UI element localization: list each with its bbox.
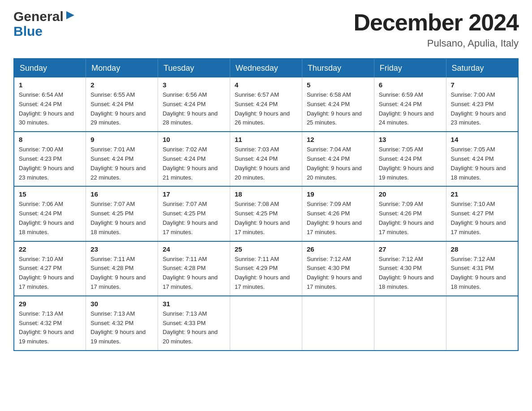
- col-sunday: Sunday: [14, 59, 86, 77]
- day-number-20: 20: [379, 190, 442, 198]
- calendar-table: Sunday Monday Tuesday Wednesday Thursday…: [13, 58, 519, 351]
- day-cell-28: 28Sunrise: 7:12 AMSunset: 4:31 PMDayligh…: [446, 241, 518, 296]
- day-number-23: 23: [90, 245, 153, 253]
- day-info-18: Sunrise: 7:08 AMSunset: 4:25 PMDaylight:…: [235, 200, 297, 237]
- day-number-4: 4: [235, 81, 297, 89]
- day-info-29: Sunrise: 7:13 AMSunset: 4:32 PMDaylight:…: [19, 309, 81, 347]
- day-number-21: 21: [451, 190, 513, 198]
- day-number-8: 8: [19, 136, 81, 143]
- day-number-13: 13: [379, 136, 442, 143]
- day-info-30: Sunrise: 7:13 AMSunset: 4:32 PMDaylight:…: [90, 309, 153, 347]
- day-number-17: 17: [163, 190, 225, 198]
- logo: General Blue: [13, 9, 75, 39]
- day-info-16: Sunrise: 7:07 AMSunset: 4:25 PMDaylight:…: [90, 200, 153, 237]
- day-cell-11: 11Sunrise: 7:03 AMSunset: 4:24 PMDayligh…: [230, 132, 302, 186]
- day-number-16: 16: [90, 190, 153, 198]
- col-friday: Friday: [374, 59, 446, 77]
- day-cell-20: 20Sunrise: 7:09 AMSunset: 4:26 PMDayligh…: [374, 186, 446, 241]
- col-tuesday: Tuesday: [158, 59, 230, 77]
- week-row-3: 15Sunrise: 7:06 AMSunset: 4:24 PMDayligh…: [14, 186, 518, 241]
- day-number-10: 10: [163, 136, 225, 143]
- day-cell-1: 1Sunrise: 6:54 AMSunset: 4:24 PMDaylight…: [14, 77, 86, 132]
- day-cell-30: 30Sunrise: 7:13 AMSunset: 4:32 PMDayligh…: [86, 296, 158, 351]
- location-subtitle: Pulsano, Apulia, Italy: [353, 38, 519, 49]
- col-saturday: Saturday: [446, 59, 518, 77]
- day-number-19: 19: [307, 190, 369, 198]
- day-info-14: Sunrise: 7:05 AMSunset: 4:24 PMDaylight:…: [451, 145, 513, 182]
- day-number-11: 11: [235, 136, 297, 143]
- day-cell-9: 9Sunrise: 7:01 AMSunset: 4:24 PMDaylight…: [86, 132, 158, 186]
- day-info-28: Sunrise: 7:12 AMSunset: 4:31 PMDaylight:…: [451, 255, 513, 292]
- day-number-29: 29: [19, 300, 81, 308]
- empty-cell-4-4: [302, 296, 374, 351]
- day-info-22: Sunrise: 7:10 AMSunset: 4:27 PMDaylight:…: [19, 255, 81, 292]
- day-info-5: Sunrise: 6:58 AMSunset: 4:24 PMDaylight:…: [307, 90, 369, 128]
- day-number-28: 28: [451, 245, 513, 253]
- week-row-5: 29Sunrise: 7:13 AMSunset: 4:32 PMDayligh…: [14, 296, 518, 351]
- day-cell-8: 8Sunrise: 7:00 AMSunset: 4:23 PMDaylight…: [14, 132, 86, 186]
- day-number-25: 25: [235, 245, 297, 253]
- day-info-9: Sunrise: 7:01 AMSunset: 4:24 PMDaylight:…: [90, 145, 153, 182]
- logo-general-text: General: [13, 9, 64, 24]
- day-info-25: Sunrise: 7:11 AMSunset: 4:29 PMDaylight:…: [235, 255, 297, 292]
- day-number-3: 3: [163, 81, 225, 89]
- day-number-26: 26: [307, 245, 369, 253]
- week-row-2: 8Sunrise: 7:00 AMSunset: 4:23 PMDaylight…: [14, 132, 518, 186]
- day-cell-23: 23Sunrise: 7:11 AMSunset: 4:28 PMDayligh…: [86, 241, 158, 296]
- day-cell-26: 26Sunrise: 7:12 AMSunset: 4:30 PMDayligh…: [302, 241, 374, 296]
- day-info-26: Sunrise: 7:12 AMSunset: 4:30 PMDaylight:…: [307, 255, 369, 292]
- day-cell-29: 29Sunrise: 7:13 AMSunset: 4:32 PMDayligh…: [14, 296, 86, 351]
- day-cell-22: 22Sunrise: 7:10 AMSunset: 4:27 PMDayligh…: [14, 241, 86, 296]
- day-cell-7: 7Sunrise: 7:00 AMSunset: 4:23 PMDaylight…: [446, 77, 518, 132]
- day-number-22: 22: [19, 245, 81, 253]
- day-cell-24: 24Sunrise: 7:11 AMSunset: 4:28 PMDayligh…: [158, 241, 230, 296]
- day-cell-3: 3Sunrise: 6:56 AMSunset: 4:24 PMDaylight…: [158, 77, 230, 132]
- col-thursday: Thursday: [302, 59, 374, 77]
- day-cell-5: 5Sunrise: 6:58 AMSunset: 4:24 PMDaylight…: [302, 77, 374, 132]
- day-info-27: Sunrise: 7:12 AMSunset: 4:30 PMDaylight:…: [379, 255, 442, 292]
- day-info-1: Sunrise: 6:54 AMSunset: 4:24 PMDaylight:…: [19, 90, 81, 128]
- day-info-23: Sunrise: 7:11 AMSunset: 4:28 PMDaylight:…: [90, 255, 153, 292]
- day-number-7: 7: [451, 81, 513, 89]
- title-section: December 2024 Pulsano, Apulia, Italy: [353, 9, 519, 49]
- col-monday: Monday: [86, 59, 158, 77]
- logo-blue-text: Blue: [13, 24, 75, 39]
- day-cell-31: 31Sunrise: 7:13 AMSunset: 4:33 PMDayligh…: [158, 296, 230, 351]
- day-number-15: 15: [19, 190, 81, 198]
- day-info-8: Sunrise: 7:00 AMSunset: 4:23 PMDaylight:…: [19, 145, 81, 182]
- day-cell-18: 18Sunrise: 7:08 AMSunset: 4:25 PMDayligh…: [230, 186, 302, 241]
- day-number-27: 27: [379, 245, 442, 253]
- day-info-20: Sunrise: 7:09 AMSunset: 4:26 PMDaylight:…: [379, 200, 442, 237]
- day-number-1: 1: [19, 81, 81, 89]
- day-cell-21: 21Sunrise: 7:10 AMSunset: 4:27 PMDayligh…: [446, 186, 518, 241]
- empty-cell-4-6: [446, 296, 518, 351]
- day-cell-12: 12Sunrise: 7:04 AMSunset: 4:24 PMDayligh…: [302, 132, 374, 186]
- day-info-2: Sunrise: 6:55 AMSunset: 4:24 PMDaylight:…: [90, 90, 153, 128]
- day-number-2: 2: [90, 81, 153, 89]
- day-info-15: Sunrise: 7:06 AMSunset: 4:24 PMDaylight:…: [19, 200, 81, 237]
- day-number-18: 18: [235, 190, 297, 198]
- logo-arrow-icon: [65, 10, 75, 20]
- day-number-31: 31: [163, 300, 225, 308]
- day-cell-19: 19Sunrise: 7:09 AMSunset: 4:26 PMDayligh…: [302, 186, 374, 241]
- day-number-30: 30: [90, 300, 153, 308]
- day-info-21: Sunrise: 7:10 AMSunset: 4:27 PMDaylight:…: [451, 200, 513, 237]
- day-cell-2: 2Sunrise: 6:55 AMSunset: 4:24 PMDaylight…: [86, 77, 158, 132]
- day-info-10: Sunrise: 7:02 AMSunset: 4:24 PMDaylight:…: [163, 145, 225, 182]
- day-info-31: Sunrise: 7:13 AMSunset: 4:33 PMDaylight:…: [163, 309, 225, 347]
- empty-cell-4-3: [230, 296, 302, 351]
- calendar-header-row: Sunday Monday Tuesday Wednesday Thursday…: [14, 59, 518, 77]
- day-info-7: Sunrise: 7:00 AMSunset: 4:23 PMDaylight:…: [451, 90, 513, 128]
- day-cell-4: 4Sunrise: 6:57 AMSunset: 4:24 PMDaylight…: [230, 77, 302, 132]
- day-cell-14: 14Sunrise: 7:05 AMSunset: 4:24 PMDayligh…: [446, 132, 518, 186]
- day-info-11: Sunrise: 7:03 AMSunset: 4:24 PMDaylight:…: [235, 145, 297, 182]
- day-info-12: Sunrise: 7:04 AMSunset: 4:24 PMDaylight:…: [307, 145, 369, 182]
- day-cell-15: 15Sunrise: 7:06 AMSunset: 4:24 PMDayligh…: [14, 186, 86, 241]
- empty-cell-4-5: [374, 296, 446, 351]
- day-number-14: 14: [451, 136, 513, 143]
- page-header: General Blue December 2024 Pulsano, Apul…: [13, 9, 519, 49]
- week-row-1: 1Sunrise: 6:54 AMSunset: 4:24 PMDaylight…: [14, 77, 518, 132]
- day-number-6: 6: [379, 81, 442, 89]
- col-wednesday: Wednesday: [230, 59, 302, 77]
- day-info-3: Sunrise: 6:56 AMSunset: 4:24 PMDaylight:…: [163, 90, 225, 128]
